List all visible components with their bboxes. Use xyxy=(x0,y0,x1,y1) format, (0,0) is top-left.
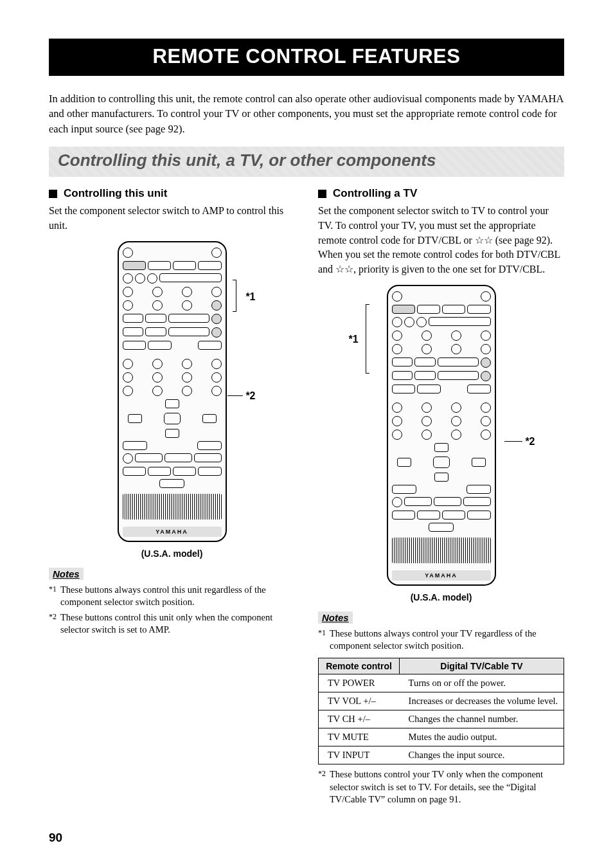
remote-diagram: YAMAHA xyxy=(118,241,227,542)
left-note-1: *1 These buttons always control this uni… xyxy=(49,584,295,609)
left-note-2: *2 These buttons control this unit only … xyxy=(49,611,295,637)
page-number: 90 xyxy=(49,831,62,845)
right-note-1: *1 These buttons always control your TV … xyxy=(318,628,564,653)
callout-2: *2 xyxy=(245,390,255,402)
table-row: TV CH +/–Changes the channel number. xyxy=(319,710,564,728)
left-remote-figure: *1 *2 xyxy=(89,241,256,542)
right-column: Controlling a TV Set the component selec… xyxy=(318,187,564,808)
left-heading-text: Controlling this unit xyxy=(64,187,167,200)
table-row: TV POWERTurns on or off the power. xyxy=(319,674,564,692)
table-row: TV MUTEMutes the audio output. xyxy=(319,728,564,746)
right-remote-figure: *1 *2 xyxy=(351,285,531,586)
left-heading: Controlling this unit xyxy=(49,187,295,200)
remote-brand-label: YAMAHA xyxy=(123,527,222,537)
right-notes-heading: Notes xyxy=(318,611,353,624)
callout-2: *2 xyxy=(525,436,535,448)
page-title-bar: REMOTE CONTROL FEATURES xyxy=(49,39,564,76)
left-notes-heading: Notes xyxy=(49,568,84,580)
bracket-icon xyxy=(233,280,236,312)
table-header-dtv: Digital TV/Cable TV xyxy=(400,658,564,674)
right-body: Set the component selector switch to TV … xyxy=(318,204,564,277)
tv-function-table: Remote control Digital TV/Cable TV TV PO… xyxy=(318,658,564,764)
right-heading: Controlling a TV xyxy=(318,187,564,200)
bracket-icon xyxy=(366,304,369,374)
right-note-2: *2 These buttons control your TV only wh… xyxy=(318,768,564,806)
remote-brand-label: YAMAHA xyxy=(392,570,491,581)
callout-1: *1 xyxy=(245,291,255,303)
right-model-label: (U.S.A. model) xyxy=(318,592,564,602)
section-band: Controlling this unit, a TV, or other co… xyxy=(49,147,564,177)
intro-paragraph: In addition to controlling this unit, th… xyxy=(49,91,564,136)
left-column: Controlling this unit Set the component … xyxy=(49,187,295,808)
table-row: TV INPUTChanges the input source. xyxy=(319,746,564,764)
table-header-remote: Remote control xyxy=(319,658,400,674)
callout-1: *1 xyxy=(349,334,359,345)
remote-diagram: YAMAHA xyxy=(387,285,496,586)
table-row: TV VOL +/–Increases or decreases the vol… xyxy=(319,692,564,710)
right-heading-text: Controlling a TV xyxy=(333,187,417,200)
square-bullet-icon xyxy=(49,190,57,198)
square-bullet-icon xyxy=(318,190,326,198)
left-body: Set the component selector switch to AMP… xyxy=(49,204,295,233)
left-model-label: (U.S.A. model) xyxy=(49,548,295,559)
